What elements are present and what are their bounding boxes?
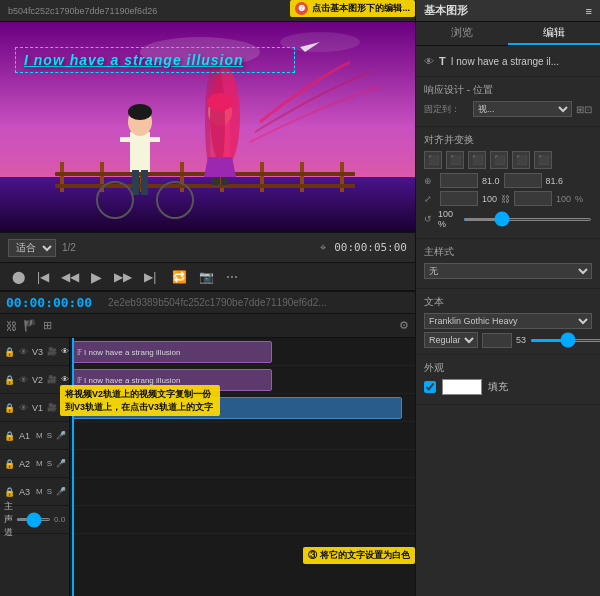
track-row-a3: [70, 478, 415, 506]
svg-point-17: [128, 104, 152, 120]
track-name-a2: A2: [19, 459, 30, 469]
mute-icon-a2[interactable]: M: [36, 459, 43, 468]
prev-frame-btn[interactable]: ◀◀: [59, 268, 81, 286]
scale-x-value: 100: [482, 194, 497, 204]
align-left-btn[interactable]: ⬛: [424, 151, 442, 169]
solo-icon-a3[interactable]: S: [47, 487, 52, 496]
transport-bar: ⬤ |◀ ◀◀ ▶ ▶▶ ▶| 🔁 📷 ⋯: [0, 262, 415, 290]
font-select[interactable]: Franklin Gothic Heavy: [424, 313, 592, 329]
tool-add-marker[interactable]: 🏴: [23, 319, 37, 332]
ann1-text: 将视频V2轨道上的视频文字复制一份到V3轨道上，在点击V3轨道上的文字: [65, 389, 213, 412]
y-input[interactable]: [504, 173, 542, 188]
appearance-section: 外观 填充: [416, 355, 600, 405]
eye2-icon-v2[interactable]: 👁: [61, 375, 69, 384]
camera-btn[interactable]: 📷: [197, 268, 216, 286]
tool-nest[interactable]: ⊞: [43, 319, 52, 332]
annotation-3-container: ③ 将它的文字设置为白色: [303, 547, 415, 564]
lock-icon-v1[interactable]: 🔒: [4, 403, 15, 413]
track-row-a2: [70, 450, 415, 478]
lock-icon-a3[interactable]: 🔒: [4, 487, 15, 497]
track-label-a1: 🔒 A1 M S 🎤: [0, 422, 69, 450]
track-name-v1: V1: [32, 403, 43, 413]
svg-rect-21: [150, 137, 160, 142]
svg-rect-14: [55, 184, 355, 188]
layer-name[interactable]: I now have a strange il...: [451, 56, 592, 67]
annotation-2-container: ❷ 点击基本图形下的编辑...: [290, 0, 415, 17]
pin-select[interactable]: 视...: [473, 101, 572, 117]
more-btn[interactable]: ⋯: [224, 268, 240, 286]
mic-icon-a2[interactable]: 🎤: [56, 459, 66, 468]
vis-icon-v1[interactable]: 👁: [19, 403, 28, 413]
align-vcenter-btn[interactable]: ⬛: [512, 151, 530, 169]
step-back-btn[interactable]: ⬤: [10, 268, 27, 286]
clip-v3-text: I now have a strang illusion: [84, 348, 181, 357]
tab-browse[interactable]: 浏览: [416, 22, 508, 45]
style-select[interactable]: 无: [424, 263, 592, 279]
tool-settings[interactable]: ⚙: [399, 319, 409, 332]
next-frame-btn[interactable]: ▶▶: [112, 268, 134, 286]
play-btn[interactable]: ▶: [89, 267, 104, 287]
responsive-icons: ⊞⊡: [576, 104, 592, 115]
coord-x-row: ⊕ 81.0 81.6: [424, 173, 592, 188]
lock-icon-v3[interactable]: 🔒: [4, 347, 15, 357]
timeline-timecode: 00:00:00:00: [6, 295, 92, 310]
align-icons-row: ⬛ ⬛ ⬛ ⬛ ⬛ ⬛: [424, 151, 592, 169]
eye2-icon-v3[interactable]: 👁: [61, 347, 69, 356]
master-volume-slider[interactable]: [16, 518, 51, 521]
panel-header: 基本图形 ≡: [416, 0, 600, 22]
playhead-line: [72, 338, 74, 596]
text-section: 文本 Franklin Gothic Heavy Regular 53: [416, 289, 600, 355]
style-section: 主样式 无: [416, 239, 600, 289]
font-style-select[interactable]: Regular: [424, 332, 478, 348]
track-name-v3: V3: [32, 347, 43, 357]
controls-left: 适合 1/2: [8, 239, 312, 257]
mute-icon-a1[interactable]: M: [36, 431, 43, 440]
align-right-btn[interactable]: ⬛: [468, 151, 486, 169]
annotation-1-container: 将视频V2轨道上的视频文字复制一份到V3轨道上，在点击V3轨道上的文字: [60, 385, 220, 416]
clip-v3[interactable]: 𝔽 I now have a strang illusion: [72, 341, 272, 363]
align-top-btn[interactable]: ⬛: [490, 151, 508, 169]
rewind-btn[interactable]: |◀: [35, 268, 51, 286]
mic-icon-a1[interactable]: 🎤: [56, 431, 66, 440]
panel-menu[interactable]: ≡: [586, 5, 592, 17]
lock-icon-a1[interactable]: 🔒: [4, 431, 15, 441]
lock-icon-a2[interactable]: 🔒: [4, 459, 15, 469]
x-input[interactable]: [440, 173, 478, 188]
font-size-slider[interactable]: [530, 339, 600, 342]
preview-area: I now have a strange illusion: [0, 22, 415, 232]
mic-icon-a3[interactable]: 🎤: [56, 487, 66, 496]
solo-icon-a1[interactable]: S: [47, 431, 52, 440]
layer-eye-icon[interactable]: 👁: [424, 56, 434, 67]
solo-icon-a2[interactable]: S: [47, 459, 52, 468]
font-size-input[interactable]: [482, 333, 512, 348]
y-value: 81.6: [546, 176, 564, 186]
forward-btn[interactable]: ▶|: [142, 268, 158, 286]
pin-label: 固定到：: [424, 103, 469, 116]
align-center-btn[interactable]: ⬛: [446, 151, 464, 169]
scale-pct: %: [575, 194, 583, 204]
track-name-v2: V2: [32, 375, 43, 385]
timeline-header: 00:00:00:00 2e2eb9389b504fc252c1790be7dd…: [0, 292, 415, 314]
fill-checkbox[interactable]: [424, 381, 436, 393]
loop-btn[interactable]: 🔁: [170, 268, 189, 286]
vis-icon-v3[interactable]: 👁: [19, 347, 28, 357]
track-row-a1: [70, 422, 415, 450]
fill-color-box[interactable]: [442, 379, 482, 395]
vis-icon-v2[interactable]: 👁: [19, 375, 28, 385]
ann2-text: 点击基本图形下的编辑...: [312, 3, 410, 13]
scale-y-input[interactable]: [514, 191, 552, 206]
align-bottom-btn[interactable]: ⬛: [534, 151, 552, 169]
tab-id: b504fc252c1790be7dde71190ef6d26: [8, 6, 157, 16]
mute-icon-a3[interactable]: M: [36, 487, 43, 496]
tab-edit[interactable]: 编辑: [508, 22, 600, 45]
camera-icon-v3: 🎥: [47, 347, 57, 356]
scale-x-input[interactable]: [440, 191, 478, 206]
tool-link[interactable]: ⛓: [6, 320, 17, 332]
lock-icon-v2[interactable]: 🔒: [4, 375, 15, 385]
scale-link-icon[interactable]: ⛓: [501, 194, 510, 204]
responsive-title: 响应设计 - 位置: [424, 83, 592, 97]
fit-select[interactable]: 适合: [8, 239, 56, 257]
rotation-slider[interactable]: [463, 218, 592, 221]
ann2-num: ❷: [295, 2, 308, 15]
text-overlay: I now have a strange illusion: [15, 47, 295, 73]
